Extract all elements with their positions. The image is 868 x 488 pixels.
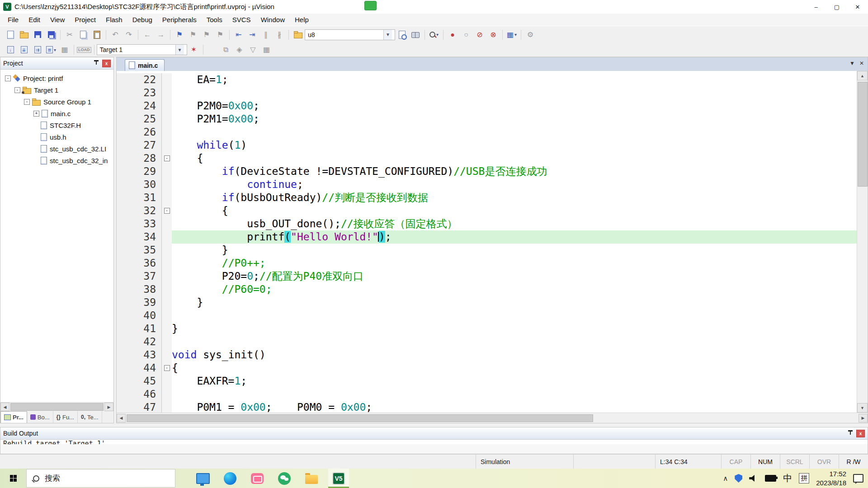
menu-project[interactable]: Project (70, 14, 101, 25)
tree-item-source-group-1[interactable]: -Source Group 1 (0, 96, 113, 108)
code-text[interactable]: P20=0;//配置为P40准双向口 (172, 270, 857, 283)
scroll-left-icon[interactable]: ◀ (117, 414, 126, 422)
diamond-icon[interactable]: ◈ (233, 44, 246, 56)
code-text[interactable]: continue; (172, 178, 857, 191)
tree-item-usb-h[interactable]: usb.h (0, 131, 113, 143)
manage-project-items-icon[interactable] (206, 44, 219, 56)
vscroll-thumb[interactable] (858, 82, 868, 187)
editor-hscrollbar[interactable]: ◀ ▶ (117, 413, 868, 423)
debug-windows-icon[interactable]: ▦▾ (505, 28, 518, 41)
tree-item-stc-usb-cdc-32-li[interactable]: stc_usb_cdc_32.LI (0, 143, 113, 155)
code-line-22[interactable]: 22 EA=1; (117, 73, 857, 86)
undo-icon[interactable]: ↶ (109, 28, 122, 41)
find-in-files-folder-icon[interactable] (292, 28, 304, 41)
editor-vscrollbar[interactable]: ▲ ▼ (857, 71, 868, 413)
code-line-31[interactable]: 31 if(bUsbOutReady)//判断是否接收到数据 (117, 191, 857, 204)
menu-debug[interactable]: Debug (127, 14, 157, 25)
taskbar-app-edge[interactable] (220, 469, 241, 488)
find-combobox[interactable]: u8▼ (305, 29, 395, 40)
taskbar-app-file-explorer[interactable] (301, 469, 322, 488)
code-line-30[interactable]: 30 continue; (117, 178, 857, 191)
open-file-icon[interactable] (18, 28, 30, 41)
uncomment-icon[interactable]: ∦ (273, 28, 286, 41)
tree-item-main-c[interactable]: +main.c (0, 108, 113, 119)
taskbar-app-this-pc[interactable] (193, 469, 213, 488)
chevron-down-icon[interactable]: ▼ (175, 45, 184, 55)
disable-all-breakpoints-icon[interactable]: ⊘ (473, 28, 486, 41)
fold-column[interactable]: - (162, 204, 172, 217)
dotted-grid-icon[interactable]: ▦ (260, 44, 273, 56)
language-indicator[interactable]: 中 (783, 472, 792, 484)
code-line-35[interactable]: 35 } (117, 244, 857, 257)
code-line-34[interactable]: 34 printf("Hello World!"); (117, 230, 857, 244)
copy-icon[interactable] (77, 28, 90, 41)
unindent-icon[interactable]: ⇤ (232, 28, 245, 41)
fold-column[interactable]: - (162, 152, 172, 165)
project-close-icon[interactable]: x (102, 60, 111, 67)
code-area[interactable]: 22 EA=1;2324 P2M0=0x00;25 P2M1=0x00;2627… (117, 71, 857, 413)
expander-icon[interactable]: - (24, 99, 30, 105)
taskbar-app-uvision[interactable]: V5 (328, 469, 349, 488)
find-dropdown-icon[interactable]: ▾ (428, 28, 440, 41)
start-button[interactable] (0, 469, 26, 488)
code-line-26[interactable]: 26 (117, 126, 857, 139)
fold-collapse-icon[interactable]: - (164, 155, 170, 161)
menu-flash[interactable]: Flash (101, 14, 127, 25)
code-text[interactable]: //P60=0; (172, 283, 857, 296)
build-output-close-icon[interactable]: x (856, 430, 865, 437)
indent-icon[interactable]: ⇥ (246, 28, 259, 41)
menu-edit[interactable]: Edit (24, 14, 45, 25)
code-text[interactable] (172, 335, 857, 348)
target-combobox[interactable]: Target 1▼ (97, 44, 187, 55)
maximize-button[interactable]: ▢ (826, 0, 847, 14)
cascade-windows-icon[interactable]: ⧉ (220, 44, 232, 56)
notification-center-icon[interactable] (853, 474, 863, 483)
code-line-33[interactable]: 33 usb_OUT_done();//接收应答（固定格式） (117, 217, 857, 230)
taskbar-clock[interactable]: 17:52 2023/8/18 (816, 469, 846, 487)
code-text[interactable]: } (172, 244, 857, 257)
code-line-24[interactable]: 24 P2M0=0x00; (117, 99, 857, 113)
code-text[interactable]: EAXFR=1; (172, 375, 857, 388)
tree-item-stc32f-h[interactable]: STC32F.H (0, 119, 113, 131)
code-line-46[interactable]: 46 (117, 388, 857, 401)
translate-icon[interactable]: ↓ (4, 44, 17, 56)
enable-breakpoint-icon[interactable]: ○ (460, 28, 472, 41)
code-line-47[interactable]: 47 P0M1 = 0x00; P0M0 = 0x00; (117, 401, 857, 413)
paste-icon[interactable] (90, 28, 103, 41)
scroll-right-icon[interactable]: ▶ (104, 403, 113, 411)
chevron-down-icon[interactable]: ▼ (383, 30, 392, 40)
panel-tab-project[interactable]: Pr... (0, 411, 27, 423)
code-line-45[interactable]: 45 EAXFR=1; (117, 375, 857, 388)
project-hscrollbar[interactable]: ◀ ▶ (0, 402, 113, 411)
code-text[interactable]: P0M1 = 0x00; P0M0 = 0x00; (172, 401, 857, 413)
new-file-icon[interactable] (4, 28, 17, 41)
tree-item-stc-usb-cdc-32-in[interactable]: stc_usb_cdc_32_in (0, 155, 113, 166)
tray-expand-icon[interactable]: ∧ (723, 474, 728, 483)
panel-tab-templates[interactable]: 0,Te... (78, 411, 102, 423)
code-line-42[interactable]: 42 (117, 335, 857, 348)
code-line-29[interactable]: 29 if(DeviceState !=DEVSTATE_CONFIGURED)… (117, 165, 857, 178)
ime-indicator[interactable]: 拼 (799, 473, 809, 483)
code-text[interactable]: { (172, 361, 857, 375)
taskbar-app-wechat[interactable] (274, 469, 295, 488)
menu-svcs[interactable]: SVCS (227, 14, 256, 25)
tab-main-c[interactable]: main.c (125, 59, 165, 71)
save-icon[interactable] (31, 28, 44, 41)
close-button[interactable]: ✕ (847, 0, 868, 14)
code-line-43[interactable]: 43void sys_init() (117, 348, 857, 361)
code-text[interactable] (172, 86, 857, 99)
code-line-32[interactable]: 32- { (117, 204, 857, 217)
save-all-icon[interactable] (45, 28, 57, 41)
previous-bookmark-icon[interactable]: ⚑ (187, 28, 199, 41)
insert-bookmark-icon[interactable]: ⚑ (173, 28, 186, 41)
code-text[interactable]: P2M0=0x00; (172, 99, 857, 113)
code-line-25[interactable]: 25 P2M1=0x00; (117, 113, 857, 126)
code-line-44[interactable]: 44-{ (117, 361, 857, 375)
code-text[interactable]: void sys_init() (172, 348, 857, 361)
menu-tools[interactable]: Tools (202, 14, 227, 25)
code-line-27[interactable]: 27 while(1) (117, 139, 857, 152)
code-line-37[interactable]: 37 P20=0;//配置为P40准双向口 (117, 270, 857, 283)
menu-file[interactable]: File (3, 14, 24, 25)
stop-build-icon[interactable]: ▦ (58, 44, 71, 56)
code-text[interactable]: { (172, 152, 857, 165)
